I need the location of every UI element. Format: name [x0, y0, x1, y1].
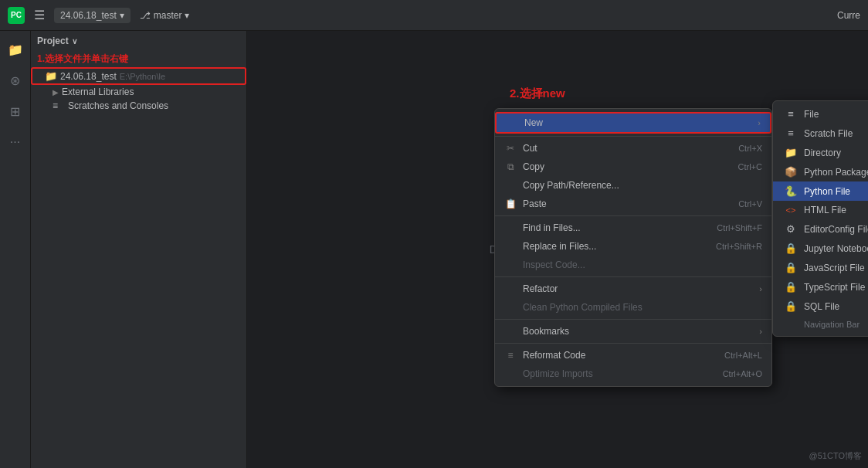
editorconfig-icon: ⚙: [784, 223, 798, 235]
jupyter-label: Jupyter Notebook: [804, 243, 868, 254]
copy-label: Copy: [523, 161, 544, 172]
separator-4: [495, 319, 771, 320]
branch-switcher[interactable]: ⎇ master ▾: [140, 10, 190, 21]
python-file-label: Python File: [804, 186, 850, 197]
context-menu-reformat[interactable]: ≡ Reformat Code Ctrl+Alt+L: [495, 346, 771, 365]
project-switcher[interactable]: 24.06.18_test ▾: [54, 8, 131, 23]
find-label: Find in Files...: [523, 222, 581, 233]
python-package-icon: 📦: [784, 166, 798, 178]
context-menu-copy-path[interactable]: Copy Path/Reference...: [495, 176, 771, 195]
find-shortcut: Ctrl+Shift+F: [717, 223, 762, 232]
separator-1: [495, 136, 771, 137]
context-menu-bookmarks[interactable]: Bookmarks ›: [495, 322, 771, 341]
scratch-item-label: Scratch File: [804, 128, 853, 139]
project-panel: Project ∨ 1.选择文件并单击右键 📁 24.06.18_test E:…: [31, 31, 247, 468]
paste-shortcut: Ctrl+V: [738, 199, 762, 209]
editor-area: Drop files here to open them @51CTO博客 2.…: [247, 31, 868, 468]
context-menu-replace-files[interactable]: Replace in Files... Ctrl+Shift+R: [495, 237, 771, 256]
python-file-icon: 🐍: [784, 185, 798, 197]
branch-name: master: [154, 10, 182, 21]
context-menu-copy[interactable]: ⧉ Copy Ctrl+C: [495, 158, 771, 176]
paste-label: Paste: [523, 198, 547, 209]
branch-dropdown-icon: ▾: [185, 10, 189, 21]
separator-2: [495, 215, 771, 216]
context-menu-optimize: Optimize Imports Ctrl+Alt+O: [495, 365, 771, 383]
structure-icon[interactable]: ⊞: [3, 99, 28, 124]
bookmarks-label: Bookmarks: [523, 326, 569, 337]
separator-3: [495, 276, 771, 277]
jupyter-icon: 🔒: [784, 242, 798, 254]
context-menu-new[interactable]: New ›: [495, 112, 771, 134]
external-libraries-item[interactable]: ▶ External Libraries: [31, 85, 246, 99]
project-icon[interactable]: 📁: [3, 37, 28, 62]
sub-menu-directory[interactable]: 📁 Directory: [773, 143, 868, 162]
optimize-label: Optimize Imports: [523, 368, 593, 379]
sub-menu-editorconfig[interactable]: ⚙ EditorConfig File: [773, 219, 868, 239]
html-label: HTML File: [804, 205, 846, 215]
sub-menu-typescript[interactable]: 🔒 TypeScript File: [773, 277, 868, 297]
javascript-icon: 🔒: [784, 262, 798, 273]
sub-menu-jupyter[interactable]: 🔒 Jupyter Notebook: [773, 239, 868, 258]
panel-header[interactable]: Project ∨: [31, 31, 246, 51]
copy-shortcut: Ctrl+C: [738, 162, 762, 171]
context-menu-cut[interactable]: ✂ Cut Ctrl+X: [495, 139, 771, 158]
topbar: PC ☰ 24.06.18_test ▾ ⎇ master ▾ Curre: [0, 0, 868, 31]
directory-icon: 📁: [784, 147, 798, 158]
annotation-select-file: 1.选择文件并单击右键: [31, 51, 246, 67]
external-libraries-label: External Libraries: [62, 86, 134, 97]
root-folder-name: 24.06.18_test: [60, 71, 117, 82]
context-menu-refactor[interactable]: Refactor ›: [495, 280, 771, 298]
editorconfig-label: EditorConfig File: [804, 224, 868, 235]
replace-shortcut: Ctrl+Shift+R: [716, 242, 762, 251]
typescript-label: TypeScript File: [804, 282, 865, 293]
annotation-select-new: 2.选择new: [510, 86, 565, 101]
panel-chevron: ∨: [72, 37, 77, 46]
file-item-label: File: [804, 109, 819, 120]
replace-label: Replace in Files...: [523, 241, 596, 252]
context-menu-clean: Clean Python Compiled Files: [495, 298, 771, 317]
context-menu-find-files[interactable]: Find in Files... Ctrl+Shift+F: [495, 219, 771, 237]
inspect-label: Inspect Code...: [523, 259, 585, 270]
sub-menu-scratch[interactable]: ≡ Scratch File Ctrl+Alt+Shift+Insert: [773, 124, 868, 143]
sub-menu-python-file[interactable]: 🐍 Python File: [773, 181, 868, 201]
sub-menu-python-package[interactable]: 📦 Python Package: [773, 162, 868, 181]
directory-label: Directory: [804, 148, 841, 158]
clean-label: Clean Python Compiled Files: [523, 302, 643, 313]
app-logo: PC: [8, 7, 25, 24]
refactor-label: Refactor: [523, 283, 558, 294]
scratches-item[interactable]: ≡ Scratches and Consoles: [31, 99, 246, 113]
git-icon[interactable]: ⊛: [3, 68, 28, 93]
expand-arrow-icon: ▶: [53, 88, 59, 97]
reformat-icon: ≡: [504, 350, 517, 361]
sub-menu-file[interactable]: ≡ File: [773, 104, 868, 124]
main-layout: 📁 ⊛ ⊞ ··· Project ∨ 1.选择文件并单击右键 📁 24.06.…: [0, 31, 868, 468]
scratch-item-icon: ≡: [784, 127, 798, 139]
file-item-icon: ≡: [784, 108, 798, 120]
cut-icon: ✂: [504, 143, 517, 154]
sub-menu-html[interactable]: <> HTML File: [773, 201, 868, 219]
hamburger-icon[interactable]: ☰: [34, 8, 45, 22]
watermark: @51CTO博客: [809, 450, 862, 462]
scratches-icon: ≡: [53, 100, 65, 111]
icon-bar: 📁 ⊛ ⊞ ···: [0, 31, 31, 468]
sub-menu-sql[interactable]: 🔒 SQL File: [773, 297, 868, 316]
cut-shortcut: Ctrl+X: [738, 144, 762, 153]
sql-label: SQL File: [804, 301, 839, 312]
more-icon[interactable]: ···: [3, 130, 28, 154]
sub-menu-javascript[interactable]: 🔒 JavaScript File: [773, 258, 868, 277]
html-icon: <>: [784, 205, 798, 215]
context-menu: New › ✂ Cut Ctrl+X ⧉ Copy Ctrl+C: [494, 108, 772, 387]
project-root-item[interactable]: 📁 24.06.18_test E:\Python\le: [31, 67, 246, 85]
reformat-label: Reformat Code: [523, 350, 585, 361]
folder-icon: 📁: [45, 70, 57, 82]
context-menu-inspect: Inspect Code...: [495, 256, 771, 274]
sub-menu-nav-bar[interactable]: Navigation Bar Alt+Home: [773, 316, 868, 333]
optimize-shortcut: Ctrl+Alt+O: [723, 369, 762, 378]
scratches-label: Scratches and Consoles: [68, 100, 168, 111]
reformat-shortcut: Ctrl+Alt+L: [724, 351, 762, 360]
context-menu-paste[interactable]: 📋 Paste Ctrl+V: [495, 195, 771, 213]
new-arrow: ›: [758, 118, 761, 127]
refactor-arrow: ›: [759, 284, 762, 293]
cut-label: Cut: [523, 143, 537, 154]
separator-5: [495, 343, 771, 344]
